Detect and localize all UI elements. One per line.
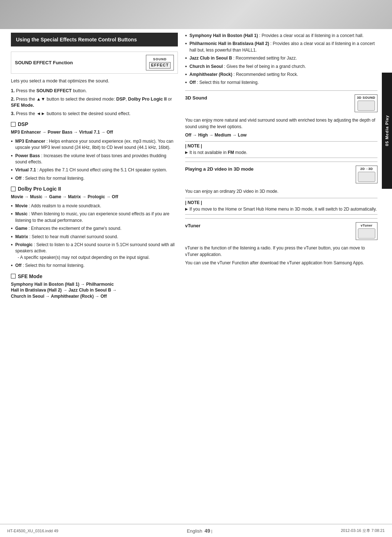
list-item: Off : Select this for normal listening. (11, 263, 178, 269)
list-item: Virtual 7.1 : Applies the 7.1 CH sound e… (11, 167, 178, 173)
sound-effect-label: SOUND EFFECT Function (15, 60, 73, 65)
dsp-header: DSP (11, 121, 178, 127)
list-item: Power Bass : Increases the volume level … (11, 153, 178, 166)
vtuner-desc2: You can use the vTuner Function after do… (185, 260, 377, 266)
playing-2d-desc: You can enjoy an ordinary 2D video in 3D… (185, 188, 377, 195)
footer-left: HT-E4500_XU_0316.indd 49 (7, 529, 58, 533)
3d-sound-note: | NOTE | It is not available in FM mode. (185, 141, 377, 158)
list-item: Symphony Hall in Boston (Hall 1) : Provi… (185, 33, 377, 39)
playing-2d-button: 2D→3D (356, 166, 377, 184)
step-2: 2. Press the ▲▼ button to select the des… (11, 96, 178, 109)
footer-right: 2012-03-16 오후 7:08:21 (341, 528, 385, 533)
sound-effect-button: SOUND EFFECT (146, 55, 174, 70)
list-item: Off : Select this for normal listening. (11, 175, 178, 182)
left-column: Using the Special Effects Remote Control… (11, 33, 178, 519)
intro-text: Lets you select a mode that optimizes th… (11, 78, 178, 85)
dolby-flow: Movie → Music → Game → Matrix → Prologic… (11, 194, 178, 200)
dolby-bullets: Movie : Adds realism to a movie soundtra… (11, 203, 178, 269)
sound-effect-row: SOUND EFFECT Function SOUND EFFECT (11, 52, 178, 73)
list-item: Jazz Club in Seoul B : Recommended setti… (185, 55, 377, 61)
step-3: 3. Press the ◄► buttons to select the de… (11, 111, 178, 117)
3d-sound-desc: You can enjoy more natural and vivid sur… (185, 117, 377, 130)
list-item: Game : Enhances the excitement of the ga… (11, 225, 178, 232)
playing-2d-note: | NOTE | If you move to the Home or Smar… (185, 198, 377, 215)
playing-2d-note-item: If you move to the Home or Smart Hub Hom… (185, 206, 377, 212)
footer: HT-E4500_XU_0316.indd 49 English 49 | 20… (0, 524, 392, 537)
section-header: Using the Special Effects Remote Control… (11, 33, 178, 46)
list-item: Movie : Adds realism to a movie soundtra… (11, 203, 178, 209)
list-item: Philharmonic Hall in Bratislava (Hall 2)… (185, 41, 377, 53)
dsp-bullets: MP3 Enhancer : Helps enhance your sound … (11, 138, 178, 182)
3d-sound-flow: Off → High → Medium → Low (185, 132, 377, 138)
3d-sound-button: 3D SOUND (355, 94, 377, 113)
sfe-checkbox (11, 274, 16, 278)
dsp-flow: MP3 Enhancer → Power Bass → Virtual 7.1 … (11, 129, 178, 135)
sfe-flow: Symphony Hall in Boston (Hall 1) → Philh… (11, 281, 178, 300)
right-column: Symphony Hall in Boston (Hall 1) : Provi… (185, 33, 377, 519)
vtuner-button: vTuner (356, 222, 377, 240)
list-item: Matrix : Select to hear multi channel su… (11, 234, 178, 240)
page-indicator: English 49 | (187, 528, 212, 534)
3d-sound-row: 3D Sound 3D SOUND (185, 90, 377, 116)
list-item: Off : Select this for normal listening. (185, 80, 377, 86)
steps-list: 1. Press the SOUND EFFECT button. 2. Pre… (11, 88, 178, 117)
list-item: Music : When listening to music, you can… (11, 211, 178, 224)
sfe-header: SFE Mode (11, 273, 178, 279)
sfe-bullets: Symphony Hall in Boston (Hall 1) : Provi… (185, 33, 377, 86)
playing-2d-row: Playing a 2D video in 3D mode 2D→3D (185, 162, 377, 187)
vtuner-label: vTuner (185, 222, 200, 240)
list-item: MP3 Enhancer : Helps enhance your sound … (11, 138, 178, 151)
list-item: Amphitheater (Rock) : Recommended settin… (185, 72, 377, 78)
playing-2d-label: Playing a 2D video in 3D mode (185, 166, 254, 184)
vtuner-desc1: vTuner is the function of the listening … (185, 245, 377, 258)
list-item: Prologic : Select to listen to a 2CH sou… (11, 242, 178, 261)
3d-sound-label: 3D Sound (185, 94, 207, 113)
step-1: 1. Press the SOUND EFFECT button. (11, 88, 178, 94)
dolby-checkbox (11, 187, 16, 191)
dolby-header: Dolby Pro Logic II (11, 186, 178, 192)
vtuner-row: vTuner vTuner (185, 218, 377, 244)
list-item: Church in Seoul : Gives the feel of bein… (185, 64, 377, 70)
chapter-label: 05 Media Play (382, 73, 392, 189)
top-decorative-bar (0, 0, 392, 29)
3d-sound-note-item: It is not available in FM mode. (185, 150, 377, 156)
dsp-checkbox (11, 122, 16, 127)
